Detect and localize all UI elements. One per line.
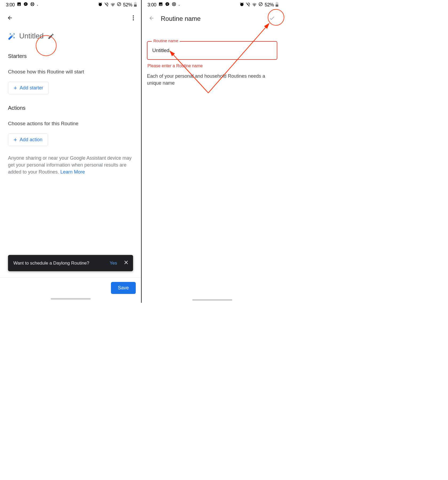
wifi-icon (252, 2, 257, 8)
snackbar: Want to schedule a Daylong Routine? Yes (8, 255, 133, 271)
svg-rect-9 (276, 5, 278, 7)
gallery-icon (17, 2, 21, 8)
gallery-icon (158, 2, 163, 8)
annotation-highlight-circle (268, 9, 284, 26)
battery-percent: 52% (123, 2, 132, 8)
alarm-icon (240, 2, 244, 8)
mute-vibrate-icon (246, 2, 250, 8)
svg-rect-8 (277, 2, 278, 3)
sports-icon (30, 2, 35, 8)
do-not-disturb-icon (117, 2, 121, 8)
routine-name-field-wrap: Routine name (147, 41, 277, 60)
snackbar-text: Want to schedule a Daylong Routine? (13, 261, 89, 266)
battery-icon (134, 2, 137, 8)
overflow-menu-button[interactable] (130, 15, 137, 22)
annotation-highlight-circle (36, 35, 57, 56)
svg-point-5 (133, 17, 134, 18)
messenger-icon (165, 2, 170, 8)
sports-icon (172, 2, 176, 8)
starters-label: Starters (8, 53, 133, 59)
back-button[interactable] (7, 15, 13, 22)
actions-section: Actions Choose actions for this Routine … (0, 94, 141, 146)
save-button[interactable]: Save (111, 282, 136, 294)
battery-icon (275, 2, 278, 8)
messenger-icon (23, 2, 28, 8)
starters-subtitle: Choose how this Routine will start (8, 69, 133, 75)
actions-subtitle: Choose actions for this Routine (8, 121, 133, 127)
screen-title: Routine name (161, 15, 201, 22)
add-action-button[interactable]: + Add action (8, 133, 48, 146)
field-hint-text: Each of your personal and household Rout… (142, 68, 283, 86)
mute-vibrate-icon (104, 2, 109, 8)
nav-home-indicator (192, 299, 232, 301)
add-starter-button[interactable]: + Add starter (8, 82, 49, 94)
routine-name-field-label: Routine name (152, 38, 180, 43)
battery-percent: 52% (265, 2, 274, 8)
do-not-disturb-icon (258, 2, 263, 8)
add-starter-label: Add starter (20, 85, 43, 91)
status-bar: 3:00 · 52% (142, 0, 283, 10)
app-bar-right: Routine name (142, 10, 283, 28)
routine-name-input[interactable] (147, 41, 277, 60)
actions-label: Actions (8, 105, 133, 111)
wifi-icon: x (110, 2, 115, 8)
snackbar-close-button[interactable] (123, 260, 129, 266)
screen-routine-editor: 3:00 · x 52% Unti (0, 0, 141, 303)
learn-more-link[interactable]: Learn More (60, 169, 85, 175)
alarm-icon (98, 2, 102, 8)
starters-section: Starters Choose how this Routine will st… (0, 42, 141, 94)
status-bar: 3:00 · x 52% (0, 0, 141, 10)
app-bar-left (0, 10, 141, 27)
status-time: 3:00 (6, 2, 15, 8)
screen-rename-routine: 3:00 · 52% Routine name Routine n (142, 0, 283, 303)
svg-point-4 (133, 15, 134, 17)
status-time: 3:00 (147, 2, 156, 8)
field-error-text: Please enter a Routine name (142, 60, 283, 68)
svg-point-6 (133, 19, 134, 20)
routine-title-row: Untitled (0, 27, 141, 42)
svg-rect-3 (134, 5, 137, 7)
add-action-label: Add action (20, 137, 42, 143)
disclosure-text: Anyone sharing or near your Google Assis… (0, 146, 141, 175)
magic-wand-icon (8, 33, 15, 40)
back-button[interactable] (149, 15, 154, 22)
snackbar-yes-button[interactable]: Yes (110, 261, 117, 266)
nav-home-indicator (51, 298, 91, 300)
bottom-bar: Save (0, 277, 141, 303)
svg-rect-2 (135, 2, 136, 3)
